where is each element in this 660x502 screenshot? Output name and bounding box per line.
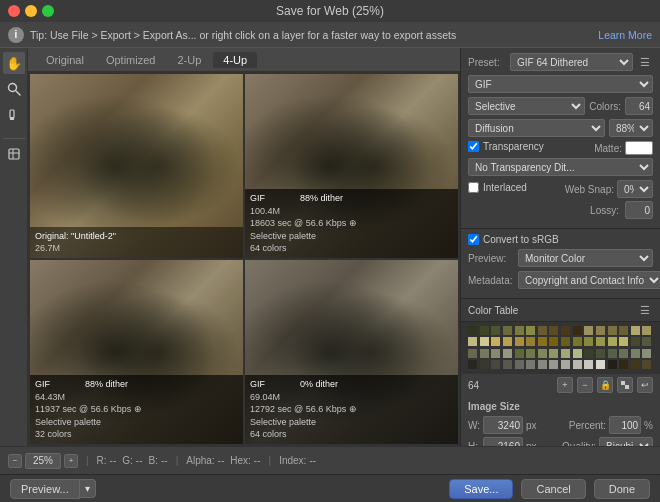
- color-swatch[interactable]: [549, 326, 558, 335]
- color-swatch[interactable]: [642, 326, 651, 335]
- preset-select[interactable]: GIF 64 Dithered: [510, 53, 633, 71]
- color-swatch[interactable]: [584, 337, 593, 346]
- format-select[interactable]: GIF: [468, 75, 653, 93]
- slice-tool[interactable]: [3, 143, 25, 165]
- color-swatch[interactable]: [596, 337, 605, 346]
- color-swatch[interactable]: [549, 360, 558, 369]
- color-swatch[interactable]: [642, 337, 651, 346]
- color-swatch[interactable]: [526, 326, 535, 335]
- color-swatch[interactable]: [468, 326, 477, 335]
- transparency-checkbox[interactable]: [468, 141, 479, 152]
- color-swatch[interactable]: [584, 326, 593, 335]
- color-swatch[interactable]: [573, 349, 582, 358]
- color-swatch[interactable]: [619, 349, 628, 358]
- color-swatch[interactable]: [503, 337, 512, 346]
- preview-select[interactable]: Monitor Color: [518, 249, 653, 267]
- color-swatch[interactable]: [573, 360, 582, 369]
- color-swatch[interactable]: [538, 349, 547, 358]
- color-swatch[interactable]: [549, 337, 558, 346]
- maximize-button[interactable]: [42, 5, 54, 17]
- color-swatch[interactable]: [491, 360, 500, 369]
- color-swatch[interactable]: [608, 326, 617, 335]
- color-swatch[interactable]: [573, 326, 582, 335]
- color-swatch[interactable]: [619, 337, 628, 346]
- color-swatch[interactable]: [480, 337, 489, 346]
- preview-cell-gif2[interactable]: GIF 88% dither 64.43M 11937 sec @ 56.6 K…: [30, 260, 243, 444]
- cancel-button[interactable]: Cancel: [521, 479, 585, 499]
- done-button[interactable]: Done: [594, 479, 650, 499]
- preview-cell-original[interactable]: Original: "Untitled-2" 26.7M: [30, 74, 243, 258]
- lock-color-btn[interactable]: 🔒: [597, 377, 613, 393]
- color-swatch[interactable]: [480, 326, 489, 335]
- color-swatch[interactable]: [631, 337, 640, 346]
- color-swatch[interactable]: [515, 326, 524, 335]
- lossy-input[interactable]: [625, 201, 653, 219]
- width-input[interactable]: [483, 416, 523, 434]
- preview-dropdown-btn[interactable]: ▾: [80, 479, 96, 498]
- map-color-btn[interactable]: ↩: [637, 377, 653, 393]
- color-swatch[interactable]: [584, 360, 593, 369]
- color-swatch[interactable]: [561, 326, 570, 335]
- color-swatch[interactable]: [608, 337, 617, 346]
- color-swatch[interactable]: [503, 349, 512, 358]
- color-swatch[interactable]: [596, 360, 605, 369]
- color-table-menu-btn[interactable]: ☰: [637, 302, 653, 318]
- color-swatch[interactable]: [631, 349, 640, 358]
- convert-srgb-checkbox[interactable]: [468, 234, 479, 245]
- color-swatch[interactable]: [561, 360, 570, 369]
- color-swatch[interactable]: [573, 337, 582, 346]
- tab-2up[interactable]: 2-Up: [167, 52, 211, 68]
- color-swatch[interactable]: [538, 360, 547, 369]
- color-swatch[interactable]: [491, 349, 500, 358]
- quality-select[interactable]: Bicubic: [599, 437, 653, 446]
- colors-input[interactable]: [625, 97, 653, 115]
- color-swatch[interactable]: [480, 360, 489, 369]
- del-color-btn[interactable]: −: [577, 377, 593, 393]
- color-swatch[interactable]: [515, 337, 524, 346]
- minimize-button[interactable]: [25, 5, 37, 17]
- color-swatch[interactable]: [491, 326, 500, 335]
- interlaced-checkbox[interactable]: [468, 182, 479, 193]
- preview-cell-gif1[interactable]: GIF 88% dither 100.4M 18603 sec @ 56.6 K…: [245, 74, 458, 258]
- color-swatch[interactable]: [503, 326, 512, 335]
- zoom-tool[interactable]: [3, 78, 25, 100]
- color-swatch[interactable]: [608, 360, 617, 369]
- save-button[interactable]: Save...: [449, 479, 513, 499]
- color-swatch[interactable]: [584, 349, 593, 358]
- color-swatch[interactable]: [538, 337, 547, 346]
- color-swatch[interactable]: [468, 360, 477, 369]
- eyedropper-tool[interactable]: [3, 104, 25, 126]
- no-transparency-select[interactable]: No Transparency Dit...: [468, 158, 653, 176]
- tab-4up[interactable]: 4-Up: [213, 52, 257, 68]
- percent-input[interactable]: [609, 416, 641, 434]
- zoom-in-btn[interactable]: +: [64, 454, 78, 468]
- color-swatch[interactable]: [642, 349, 651, 358]
- window-controls[interactable]: [8, 5, 54, 17]
- hand-tool[interactable]: ✋: [3, 52, 25, 74]
- preset-menu-btn[interactable]: ☰: [637, 54, 653, 70]
- tab-optimized[interactable]: Optimized: [96, 52, 166, 68]
- height-input[interactable]: [483, 437, 523, 446]
- metadata-select[interactable]: Copyright and Contact Info: [518, 271, 660, 289]
- dither-select[interactable]: Diffusion: [468, 119, 605, 137]
- color-swatch[interactable]: [596, 326, 605, 335]
- dither-pct-select[interactable]: 88%: [609, 119, 653, 137]
- web-color-btn[interactable]: [617, 377, 633, 393]
- color-swatch[interactable]: [631, 360, 640, 369]
- color-swatch[interactable]: [491, 337, 500, 346]
- color-swatch[interactable]: [596, 349, 605, 358]
- color-swatch[interactable]: [515, 349, 524, 358]
- color-swatch[interactable]: [561, 337, 570, 346]
- websnap-select[interactable]: 0%: [617, 180, 653, 198]
- learn-more-link[interactable]: Learn More: [598, 29, 652, 41]
- tab-original[interactable]: Original: [36, 52, 94, 68]
- matte-swatch[interactable]: [625, 141, 653, 155]
- color-swatch[interactable]: [549, 349, 558, 358]
- color-swatch[interactable]: [619, 326, 628, 335]
- color-swatch[interactable]: [538, 326, 547, 335]
- color-swatch[interactable]: [468, 349, 477, 358]
- color-swatch[interactable]: [642, 360, 651, 369]
- zoom-out-btn[interactable]: −: [8, 454, 22, 468]
- color-swatch[interactable]: [561, 349, 570, 358]
- color-swatch[interactable]: [515, 360, 524, 369]
